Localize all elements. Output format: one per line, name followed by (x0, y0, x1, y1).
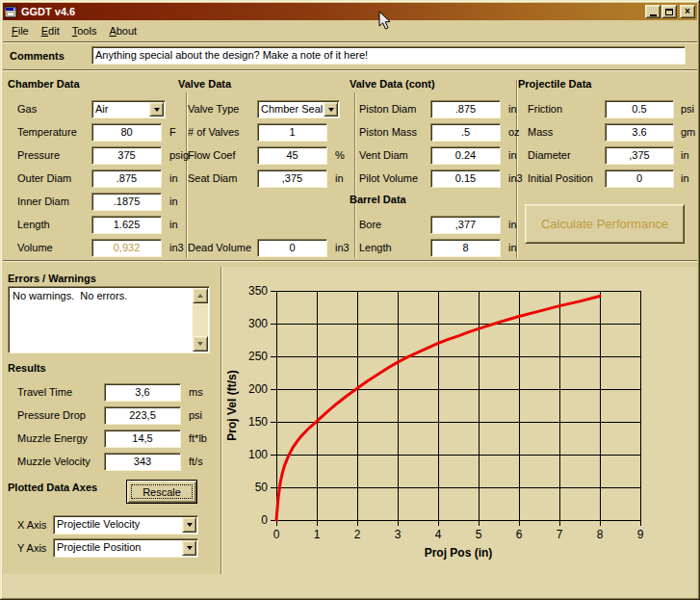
x-axis-value: Projectile Velocity (57, 518, 140, 530)
dropdown-button[interactable] (182, 517, 196, 533)
pressure-input[interactable]: 375 (91, 146, 162, 165)
initial-position-label: Initial Position (528, 172, 593, 184)
chamber-data-title: Chamber Data (8, 78, 80, 90)
minimize-button[interactable] (645, 5, 661, 18)
errors-textarea[interactable]: No warnings. No errors. (8, 286, 210, 353)
muzzle-velocity-unit: ft/s (189, 456, 203, 467)
scroll-up-icon (197, 294, 203, 298)
pressure-drop-unit: psi (189, 409, 202, 421)
window-title: GGDT v4.6 (21, 6, 644, 17)
diameter-input[interactable]: ,375 (605, 146, 674, 165)
temperature-label: Temperature (17, 126, 77, 138)
dead-volume-unit: in3 (335, 242, 350, 253)
titlebar[interactable]: GGDT v4.6 × (3, 3, 697, 20)
menu-item-tools[interactable]: Tools (67, 22, 105, 39)
piston-diam-input[interactable]: .875 (430, 100, 501, 118)
piston-mass-input[interactable]: .5 (430, 123, 501, 142)
piston-diam-unit: in (508, 103, 517, 115)
temperature-input[interactable]: 80 (91, 123, 162, 142)
divider (3, 41, 697, 43)
initial-position-unit: in (681, 172, 689, 184)
x-axis-select[interactable]: Projectile Velocity (53, 515, 198, 535)
menu-item-about[interactable]: About (104, 22, 144, 39)
num-valves-input[interactable]: 1 (257, 123, 327, 142)
vent-diam-input[interactable]: 0.24 (430, 146, 501, 165)
outer-diam-label: Outer Diam (17, 172, 71, 184)
chevron-down-icon (187, 523, 193, 527)
maximize-icon (665, 9, 673, 15)
maximize-button[interactable] (661, 5, 677, 18)
scroll-down-icon (197, 342, 203, 346)
bore-unit: in (508, 219, 517, 230)
friction-input[interactable]: 0.5 (605, 100, 674, 118)
performance-chart: 0123456789050100150200250300350Proj Pos … (222, 274, 697, 595)
plotted-data-axes-title: Plotted Data Axes (8, 482, 97, 493)
menu-item-edit[interactable]: Edit (37, 22, 67, 39)
x-axis-label: X Axis (17, 519, 47, 531)
menu-item-label: F (12, 25, 18, 37)
minimize-icon (650, 14, 657, 16)
y-axis-select[interactable]: Projectile Position (53, 538, 198, 558)
calculate-performance-button[interactable]: Calculate Performance (525, 204, 685, 244)
outer-diam-input[interactable]: .875 (91, 170, 162, 188)
close-button[interactable]: × (680, 5, 695, 18)
travel-time-unit: ms (189, 386, 203, 398)
gas-label: Gas (17, 103, 37, 115)
inner-diam-unit: in (169, 196, 178, 207)
svg-text:50: 50 (255, 481, 269, 494)
chevron-down-icon (187, 546, 193, 550)
mass-input[interactable]: 3.6 (605, 123, 674, 142)
barrel-length-unit: in (508, 242, 517, 253)
friction-label: Friction (528, 103, 562, 115)
menu-item-file[interactable]: File (7, 22, 37, 39)
menu-item-label: ools (77, 25, 96, 37)
pilot-volume-input[interactable]: 0.15 (430, 170, 501, 188)
vent-diam-unit: in (508, 149, 517, 161)
chamber-length-input[interactable]: 1.625 (91, 216, 162, 234)
barrel-length-input[interactable]: 8 (430, 239, 501, 257)
scrollbar[interactable] (193, 288, 208, 352)
gas-select[interactable]: Air (91, 100, 166, 118)
rescale-button[interactable]: Rescale (126, 480, 197, 504)
dropdown-button[interactable] (182, 540, 196, 556)
divider (354, 92, 356, 258)
svg-text:7: 7 (557, 528, 563, 541)
flow-coef-label: Flow Coef (188, 149, 236, 161)
close-icon: × (685, 7, 690, 16)
volume-label: Volume (17, 242, 53, 253)
dead-volume-input[interactable]: 0 (257, 239, 327, 257)
barrel-data-title: Barrel Data (350, 194, 406, 205)
comments-label: Comments (10, 50, 65, 62)
menu-item-label: A (109, 25, 116, 37)
diameter-unit: in (681, 149, 689, 161)
errors-warnings-title: Errors / Warnings (8, 273, 96, 284)
pressure-drop-output: 223,5 (104, 406, 181, 425)
pressure-label: Pressure (17, 149, 60, 161)
bore-input[interactable]: ,377 (430, 216, 501, 234)
chevron-down-icon (328, 108, 334, 112)
svg-text:1: 1 (314, 528, 321, 541)
piston-mass-unit: oz (508, 126, 520, 138)
comments-input[interactable]: Anything special about the design? Make … (91, 46, 686, 65)
scroll-up-button[interactable] (193, 288, 208, 303)
scroll-down-button[interactable] (193, 336, 208, 352)
inner-diam-input[interactable]: .1875 (91, 193, 162, 211)
muzzle-energy-output: 14,5 (104, 430, 181, 448)
y-axis-value: Projectile Position (57, 541, 141, 553)
svg-text:5: 5 (476, 528, 482, 541)
dropdown-button[interactable] (149, 102, 164, 117)
initial-position-input[interactable]: 0 (605, 170, 674, 188)
svg-text:0: 0 (261, 513, 268, 527)
chevron-down-icon (154, 108, 160, 112)
piston-diam-label: Piston Diam (359, 103, 416, 115)
flow-coef-input[interactable]: 45 (257, 146, 327, 165)
valve-type-select[interactable]: Chmber Seal (257, 100, 340, 118)
diameter-label: Diameter (528, 149, 571, 161)
svg-text:300: 300 (248, 317, 268, 330)
valve-type-label: Valve Type (188, 103, 239, 115)
app-icon (5, 6, 17, 18)
seat-diam-input[interactable]: ,375 (257, 170, 327, 188)
dropdown-button[interactable] (324, 102, 338, 117)
menu-item-label: ile (18, 25, 29, 37)
chamber-length-label: Length (17, 219, 50, 230)
